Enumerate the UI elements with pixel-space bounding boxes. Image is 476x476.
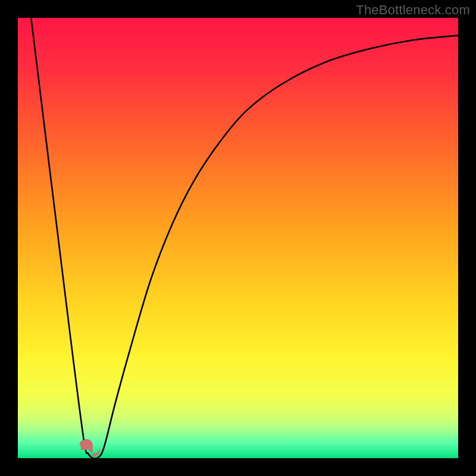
chart-frame: TheBottleneck.com xyxy=(0,0,476,476)
optimal-marker-dot xyxy=(80,440,87,447)
plot-area xyxy=(18,18,458,458)
gradient-background xyxy=(18,18,458,458)
bottleneck-chart xyxy=(18,18,458,458)
watermark-label: TheBottleneck.com xyxy=(356,2,470,18)
